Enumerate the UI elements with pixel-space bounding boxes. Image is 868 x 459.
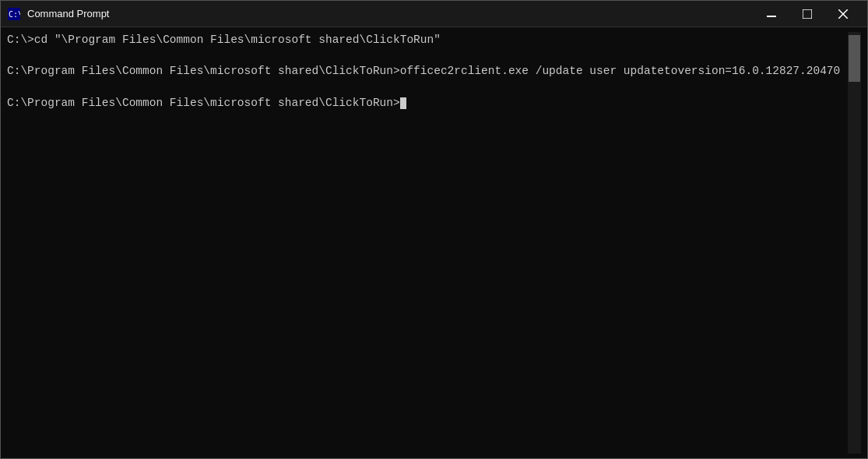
terminal-prompt-text: C:\Program Files\Common Files\microsoft … <box>7 97 400 109</box>
svg-rect-2 <box>767 16 776 17</box>
svg-rect-3 <box>803 9 812 19</box>
terminal-line: C:\Program Files\Common Files\microsoft … <box>7 63 848 79</box>
cmd-icon: C:\ <box>7 7 21 21</box>
terminal-body[interactable]: C:\>cd "\Program Files\Common Files\micr… <box>1 27 867 458</box>
svg-text:C:\: C:\ <box>9 10 20 19</box>
terminal-cursor <box>400 97 406 109</box>
terminal-line-empty1 <box>7 48 848 63</box>
minimize-button[interactable] <box>754 1 789 27</box>
scrollbar[interactable] <box>848 32 861 454</box>
cmd-window: C:\ Command Prompt <box>0 0 868 459</box>
terminal-prompt-line: C:\Program Files\Common Files\microsoft … <box>7 95 848 111</box>
window-controls <box>754 1 861 27</box>
close-button[interactable] <box>825 1 861 27</box>
title-bar: C:\ Command Prompt <box>1 1 867 27</box>
terminal-line-empty2 <box>7 79 848 95</box>
maximize-button[interactable] <box>789 1 825 27</box>
terminal-content: C:\>cd "\Program Files\Common Files\micr… <box>7 32 848 454</box>
scrollbar-thumb[interactable] <box>849 35 860 82</box>
terminal-line: C:\>cd "\Program Files\Common Files\micr… <box>7 32 848 48</box>
window-title: Command Prompt <box>27 8 754 19</box>
